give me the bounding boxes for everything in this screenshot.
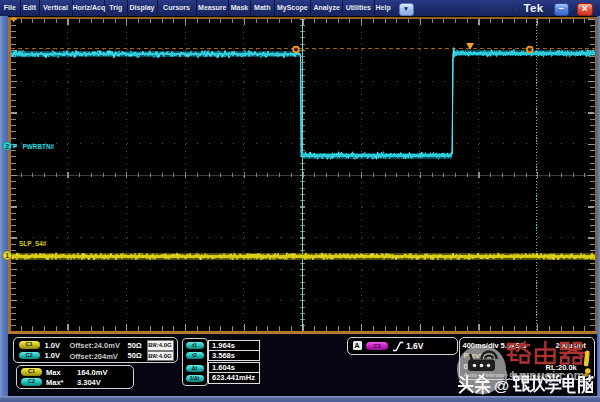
- svg-text:1: 1: [5, 252, 9, 259]
- svg-text:2: 2: [5, 143, 9, 150]
- svg-text:@: @: [494, 377, 509, 394]
- svg-text:SLP_S4#: SLP_S4#: [19, 240, 47, 247]
- svg-text:PWRBTN#: PWRBTN#: [23, 143, 55, 150]
